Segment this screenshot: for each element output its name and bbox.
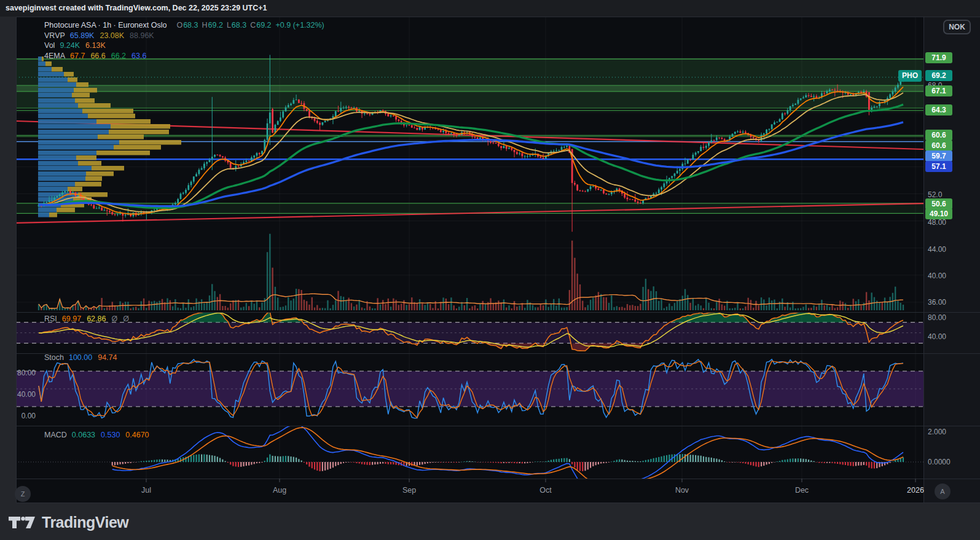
ohlc-value: 68.3 <box>183 21 198 29</box>
price-axis-label: 36.00 <box>928 298 946 307</box>
tradingview-logo[interactable]: TradingView <box>9 514 128 531</box>
symbol-legend-row[interactable]: Photocure ASA · 1h · Euronext OsloO68.3H… <box>44 21 324 29</box>
timezone-button[interactable]: Z <box>15 486 31 502</box>
stoch-value: 100.00 <box>69 353 92 362</box>
ema4-value: 66.2 <box>111 52 126 60</box>
price-axis-label: 40.00 <box>928 332 946 341</box>
tradingview-chart-page: savepiginvest created with TradingView.c… <box>0 0 980 540</box>
scale-a-button[interactable]: A <box>935 483 951 499</box>
legend-stoch[interactable]: Stoch100.0094.74 <box>44 353 122 362</box>
rsi-value: Ø <box>123 315 129 323</box>
legend-rsi[interactable]: RSI69.9762.86ØØ <box>44 315 135 323</box>
legend-vrvp[interactable]: VRVP65.89K23.08K88.96K <box>44 31 160 40</box>
price-axis-label: 80.00 <box>928 313 946 322</box>
stoch-axis-label: 40.00 <box>9 390 36 399</box>
rsi-value: 69.97 <box>62 315 81 323</box>
macd-value: 0.0633 <box>72 431 95 439</box>
tradingview-logo-text: TradingView <box>42 514 128 531</box>
tradingview-logo-icon <box>9 517 36 529</box>
price-axis-label: 64.3 <box>925 104 952 115</box>
stoch-value: 94.74 <box>98 353 117 362</box>
price-axis-label: 60.6 <box>925 140 952 151</box>
ema4-value: 63.6 <box>131 52 146 60</box>
price-axis-label: 52.0 <box>928 190 942 199</box>
ohlc-value: 69.2 <box>256 21 271 29</box>
price-axis-label: 60.6 <box>925 130 952 141</box>
time-axis-label: Aug <box>273 486 286 495</box>
price-axis-label: 0.0000 <box>928 458 951 466</box>
ohlc-key: H <box>202 21 208 29</box>
vrvp-value: 65.89K <box>70 31 95 40</box>
ema4-value: 67.7 <box>70 52 85 60</box>
currency-button[interactable]: NOK <box>943 20 971 34</box>
ema4-label: 4EMA <box>44 52 65 60</box>
symbol-price-tag: PHO <box>898 70 922 82</box>
stoch-label: Stoch <box>44 353 64 362</box>
price-axis-label: 49.10 <box>925 208 952 219</box>
ohlc-value: 68.3 <box>232 21 246 29</box>
ohlc-key: L <box>227 21 231 29</box>
price-axis-label: 69.2 <box>925 70 952 81</box>
time-axis-label: Sep <box>402 486 416 495</box>
stoch-axis-label: 0.00 <box>9 412 36 420</box>
stoch-axis-label: 80.00 <box>9 369 36 377</box>
time-axis-label: Jul <box>141 486 151 495</box>
rsi-value: 62.86 <box>87 315 106 323</box>
ohlc-values: O68.3H69.2L68.3C69.2 <box>173 21 271 29</box>
time-axis-label: Nov <box>675 486 689 495</box>
vol-value: 6.13K <box>85 41 106 50</box>
price-axis-label: 57.1 <box>925 161 952 172</box>
vol-value: 9.24K <box>60 41 80 50</box>
price-axis-label: 2.000 <box>928 428 946 436</box>
price-axis-label: 48.00 <box>928 218 946 227</box>
ohlc-key: O <box>176 21 182 29</box>
change-value: +0.9 (+1.32%) <box>276 21 324 29</box>
price-axis-label: 71.9 <box>925 52 952 63</box>
legend-macd[interactable]: MACD0.06330.5300.4670 <box>44 431 155 439</box>
rsi-value: Ø <box>111 315 117 323</box>
chart-canvas[interactable] <box>0 0 980 540</box>
symbol-title: Photocure ASA · 1h · Euronext Oslo <box>44 21 167 29</box>
vol-label: Vol <box>44 41 55 50</box>
price-axis-label: 59.7 <box>925 151 952 162</box>
legend-4ema[interactable]: 4EMA67.766.666.263.6 <box>44 52 152 60</box>
macd-value: 0.4670 <box>125 431 149 439</box>
price-axis-label: 67.1 <box>925 85 952 96</box>
ohlc-value: 69.2 <box>208 21 223 29</box>
price-axis-label: 40.00 <box>928 272 946 280</box>
vrvp-value: 88.96K <box>130 31 154 40</box>
ohlc-key: C <box>250 21 256 29</box>
vrvp-value: 23.08K <box>100 31 124 40</box>
price-axis-label: 44.00 <box>928 245 946 254</box>
macd-value: 0.530 <box>101 431 120 439</box>
ema4-value: 66.6 <box>90 52 105 60</box>
vrvp-label: VRVP <box>44 31 65 40</box>
time-axis-label: 2026 <box>907 486 924 495</box>
rsi-label: RSI <box>44 315 57 323</box>
macd-label: MACD <box>44 431 67 439</box>
time-axis-label: Dec <box>795 486 809 495</box>
time-axis-label: Oct <box>539 486 551 495</box>
legend-vol[interactable]: Vol9.24K6.13K <box>44 41 111 50</box>
